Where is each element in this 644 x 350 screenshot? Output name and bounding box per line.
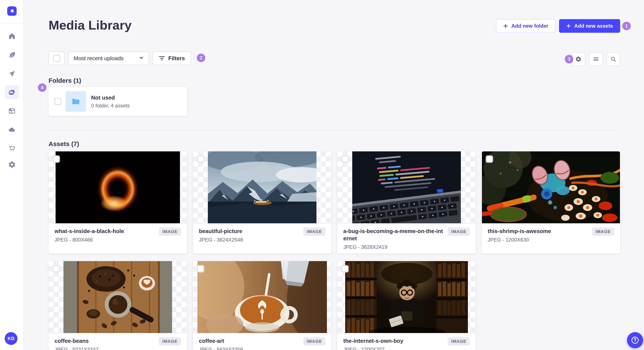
asset-card[interactable]: a-bug-is-becoming-a-meme-on-the-internet… — [337, 151, 476, 253]
filter-icon — [159, 56, 165, 61]
chevron-down-icon — [139, 57, 144, 59]
latte-art-image — [198, 261, 327, 334]
asset-type-badge: IMAGE — [448, 337, 470, 346]
asset-card[interactable]: coffee-beans JPEG - 5021X3347 IMAGE — [48, 261, 187, 350]
annotation-badge-4: 4 — [38, 83, 46, 92]
folders-heading: Folders (1) — [48, 77, 81, 84]
list-view-button[interactable] — [589, 52, 603, 66]
asset-card[interactable]: beautiful-picture JPEG - 3824X2548 IMAGE — [193, 151, 331, 253]
select-all-checkbox-button[interactable] — [48, 51, 65, 65]
folder-name: Not used — [91, 94, 130, 101]
plus-icon — [503, 24, 508, 28]
mantis-shrimp-image — [482, 151, 620, 224]
home-icon[interactable] — [8, 32, 16, 40]
search-icon — [610, 56, 616, 62]
asset-thumbnail — [337, 151, 476, 224]
search-button[interactable] — [606, 52, 620, 66]
sort-dropdown-value: Most recent uploads — [74, 55, 124, 62]
sidebar: KD — [0, 0, 24, 350]
asset-meta: JPEG - 1200X630 — [488, 237, 589, 243]
view-actions — [572, 52, 620, 66]
feather-icon[interactable] — [8, 51, 16, 59]
section-divider — [48, 130, 620, 130]
assets-grid: what-s-inside-a-black-hole JPEG - 800X46… — [48, 151, 620, 350]
asset-type-badge: IMAGE — [592, 227, 614, 236]
laptop-code-image — [352, 151, 461, 224]
settings-button[interactable] — [572, 52, 585, 66]
paper-plane-icon[interactable] — [8, 70, 16, 77]
asset-meta: JPEG - 3824X2548 — [199, 237, 300, 243]
asset-thumbnail — [193, 151, 331, 224]
add-new-folder-button[interactable]: Add new folder — [496, 19, 556, 33]
asset-thumbnail — [482, 151, 620, 224]
mountain-landscape-image — [208, 151, 316, 224]
asset-checkbox[interactable] — [342, 156, 348, 163]
asset-name: what-s-inside-a-black-hole — [54, 227, 156, 235]
folder-checkbox[interactable] — [54, 98, 61, 105]
annotation-badge-2: 2 — [197, 54, 205, 62]
page-title: Media Library — [48, 18, 132, 32]
browser-layout-icon[interactable] — [8, 107, 16, 115]
asset-checkbox[interactable] — [342, 265, 348, 272]
gear-icon — [575, 56, 582, 62]
user-avatar[interactable]: KD — [5, 332, 18, 345]
asset-meta: JPEG - 800X466 — [54, 237, 156, 243]
asset-thumbnail — [48, 151, 187, 224]
asset-card[interactable]: coffee-art JPEG - 5824X3259 IMAGE — [193, 261, 331, 350]
asset-name: beautiful-picture — [199, 227, 300, 235]
asset-checkbox[interactable] — [197, 265, 204, 272]
add-new-folder-label: Add new folder — [511, 23, 548, 29]
help-button[interactable] — [627, 332, 643, 348]
list-icon — [593, 56, 599, 62]
folder-meta: 0 folder, 4 assets — [91, 103, 130, 109]
asset-name: this-shrimp-is-awesome — [488, 227, 589, 235]
asset-type-badge: IMAGE — [159, 337, 181, 346]
help-icon — [631, 336, 639, 345]
asset-checkbox[interactable] — [486, 156, 493, 163]
header-actions: Add new folder Add new assets — [496, 19, 620, 33]
asset-type-badge: IMAGE — [303, 227, 326, 236]
asset-thumbnail — [48, 261, 187, 334]
plus-icon — [566, 24, 571, 28]
asset-checkbox[interactable] — [197, 156, 204, 163]
asset-name: coffee-beans — [54, 337, 156, 345]
select-all-checkbox[interactable] — [53, 55, 60, 62]
gear-icon[interactable] — [8, 161, 16, 169]
filters-label: Filters — [168, 55, 185, 62]
asset-name: coffee-art — [199, 337, 300, 345]
app-logo-icon[interactable] — [7, 6, 16, 16]
asset-meta: JPEG - 1200X707 — [343, 347, 444, 350]
man-in-library-image — [345, 261, 468, 334]
asset-type-badge: IMAGE — [303, 337, 326, 346]
annotation-badge-3: 3 — [565, 55, 573, 63]
media-images-icon[interactable] — [8, 88, 16, 96]
asset-type-badge: IMAGE — [159, 227, 181, 236]
add-new-assets-button[interactable]: Add new assets — [559, 19, 620, 33]
asset-meta: JPEG - 3628X2419 — [343, 244, 444, 250]
asset-name: the-internet-s-own-boy — [343, 337, 444, 345]
toolbar: Most recent uploads Filters — [48, 51, 191, 65]
coffee-beans-image — [64, 261, 172, 334]
sort-dropdown[interactable]: Most recent uploads — [68, 51, 149, 65]
sidebar-divider — [0, 23, 24, 23]
asset-type-badge: IMAGE — [448, 227, 470, 236]
asset-meta: JPEG - 5824X3259 — [199, 347, 300, 350]
asset-card[interactable]: the-internet-s-own-boy JPEG - 1200X707 I… — [337, 261, 476, 350]
filters-button[interactable]: Filters — [152, 51, 191, 65]
folder-icon — [71, 97, 80, 106]
asset-checkbox[interactable] — [53, 265, 60, 272]
asset-card[interactable]: this-shrimp-is-awesome JPEG - 1200X630 I… — [482, 151, 620, 253]
asset-thumbnail — [337, 261, 476, 334]
folder-tile — [66, 91, 86, 112]
black-hole-image — [56, 151, 180, 224]
asset-name: a-bug-is-becoming-a-meme-on-the-internet — [343, 227, 444, 242]
cloud-icon[interactable] — [8, 126, 16, 134]
cart-icon[interactable] — [8, 145, 16, 152]
asset-meta: JPEG - 5021X3347 — [54, 347, 156, 350]
folder-card[interactable]: Not used 0 folder, 4 assets — [48, 87, 187, 116]
assets-heading: Assets (7) — [48, 140, 79, 148]
add-new-assets-label: Add new assets — [574, 23, 613, 29]
asset-checkbox[interactable] — [53, 156, 60, 163]
asset-card[interactable]: what-s-inside-a-black-hole JPEG - 800X46… — [48, 151, 187, 253]
asset-thumbnail — [193, 261, 331, 334]
